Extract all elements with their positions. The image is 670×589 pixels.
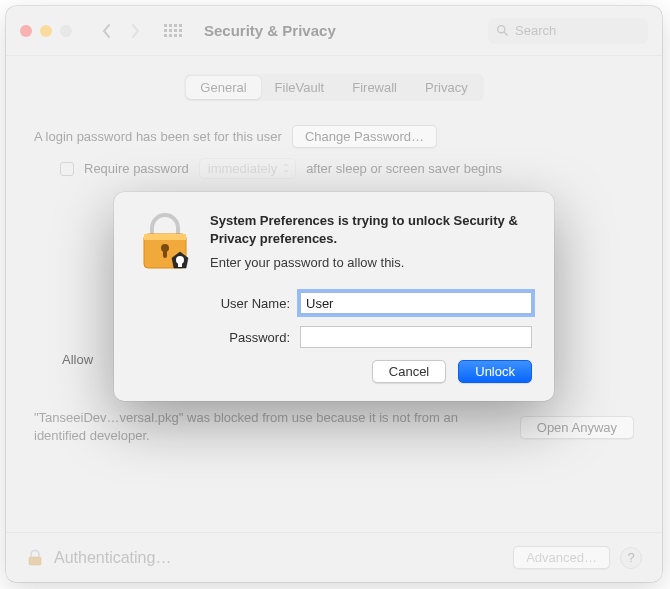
auth-lock-icon [136, 212, 194, 270]
svg-rect-6 [163, 250, 167, 258]
unlock-button[interactable]: Unlock [458, 360, 532, 383]
svg-rect-4 [144, 234, 186, 240]
auth-dialog: System Preferences is trying to unlock S… [114, 192, 554, 401]
username-label: User Name: [136, 296, 290, 311]
username-input[interactable] [300, 292, 532, 314]
password-input[interactable] [300, 326, 532, 348]
svg-point-8 [176, 256, 184, 264]
password-label: Password: [136, 330, 290, 345]
svg-rect-9 [178, 263, 182, 267]
dialog-title: System Preferences is trying to unlock S… [210, 212, 532, 247]
auth-form: User Name: Password: [136, 292, 532, 348]
dialog-subtitle: Enter your password to allow this. [210, 255, 532, 270]
cancel-button[interactable]: Cancel [372, 360, 446, 383]
preferences-window: Security & Privacy Search General FileVa… [6, 6, 662, 582]
allow-label: Allow [62, 352, 93, 367]
